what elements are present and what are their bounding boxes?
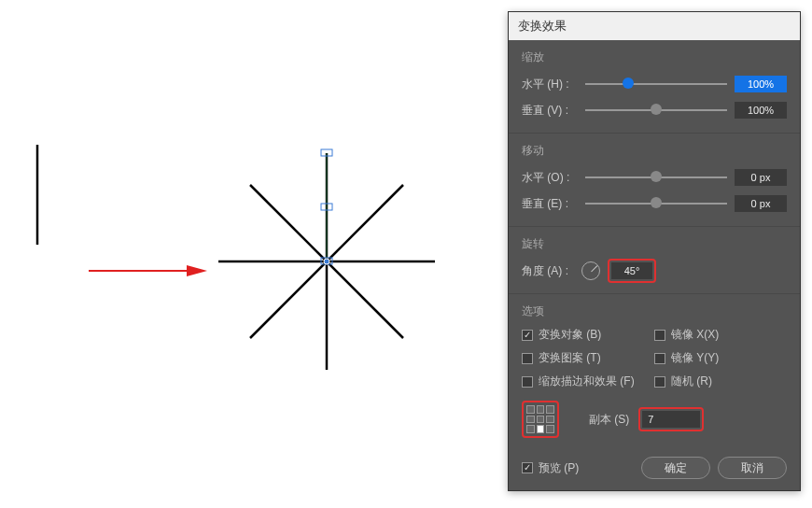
- svg-point-10: [324, 259, 329, 264]
- rotate-title: 旋转: [522, 236, 787, 252]
- svg-marker-1: [187, 265, 207, 276]
- lbl-random: 随机 (R): [671, 374, 712, 389]
- lbl-mirror-y: 镜像 Y(Y): [671, 350, 719, 366]
- transform-effect-dialog: 变换效果 缩放 水平 (H) : 100% 垂直 (V) : 100% 移动 水…: [508, 11, 801, 491]
- scale-title: 缩放: [522, 49, 787, 65]
- section-scale: 缩放 水平 (H) : 100% 垂直 (V) : 100%: [509, 40, 800, 134]
- section-options: 选项 变换对象 (B) 变换图案 (T) 缩放描边和效果 (F) 镜像 X(X)…: [509, 294, 800, 445]
- angle-label: 角度 (A) :: [522, 263, 578, 279]
- cb-mirror-y[interactable]: [654, 353, 665, 364]
- lbl-mirror-x: 镜像 X(X): [671, 327, 719, 343]
- move-v-label: 垂直 (E) :: [522, 196, 578, 212]
- angle-value[interactable]: 45°: [611, 262, 652, 279]
- scale-v-slider[interactable]: [585, 101, 727, 120]
- lbl-transform-obj: 变换对象 (B): [539, 327, 601, 343]
- scale-h-value[interactable]: 100%: [735, 76, 787, 92]
- cb-transform-pat[interactable]: [522, 353, 533, 364]
- cb-mirror-x[interactable]: [654, 330, 665, 341]
- ok-button[interactable]: 确定: [641, 457, 710, 479]
- scale-h-slider[interactable]: [585, 75, 727, 93]
- options-title: 选项: [522, 303, 787, 319]
- move-h-label: 水平 (O) :: [522, 170, 578, 186]
- scale-v-value[interactable]: 100%: [735, 102, 787, 119]
- canvas-area: [0, 0, 504, 508]
- selected-line: [321, 149, 332, 264]
- cb-preview[interactable]: [522, 462, 533, 473]
- cb-random[interactable]: [654, 376, 665, 388]
- origin-picker[interactable]: [526, 405, 554, 433]
- copies-input[interactable]: 7: [642, 411, 700, 428]
- section-move: 移动 水平 (O) : 0 px 垂直 (E) : 0 px: [509, 134, 800, 227]
- preview-label: 预览 (P): [539, 460, 579, 476]
- cb-scale-stroke[interactable]: [522, 376, 533, 388]
- copies-label: 副本 (S): [589, 412, 629, 428]
- move-v-slider[interactable]: [585, 194, 727, 213]
- move-h-slider[interactable]: [585, 168, 727, 187]
- cb-transform-obj[interactable]: [522, 330, 533, 341]
- cancel-button[interactable]: 取消: [718, 457, 787, 479]
- scale-v-label: 垂直 (V) :: [522, 103, 578, 119]
- scale-h-label: 水平 (H) :: [522, 77, 578, 92]
- lbl-transform-pat: 变换图案 (T): [539, 350, 601, 366]
- angle-wheel[interactable]: [581, 261, 600, 280]
- move-v-value[interactable]: 0 px: [735, 195, 787, 212]
- move-h-value[interactable]: 0 px: [735, 169, 787, 186]
- dialog-footer: 预览 (P) 确定 取消: [509, 445, 800, 490]
- lbl-scale-stroke: 缩放描边和效果 (F): [539, 374, 635, 389]
- dialog-title: 变换效果: [509, 12, 800, 40]
- move-title: 移动: [522, 143, 787, 159]
- arrow-icon: [89, 265, 207, 276]
- section-rotate: 旋转 角度 (A) : 45°: [509, 227, 800, 294]
